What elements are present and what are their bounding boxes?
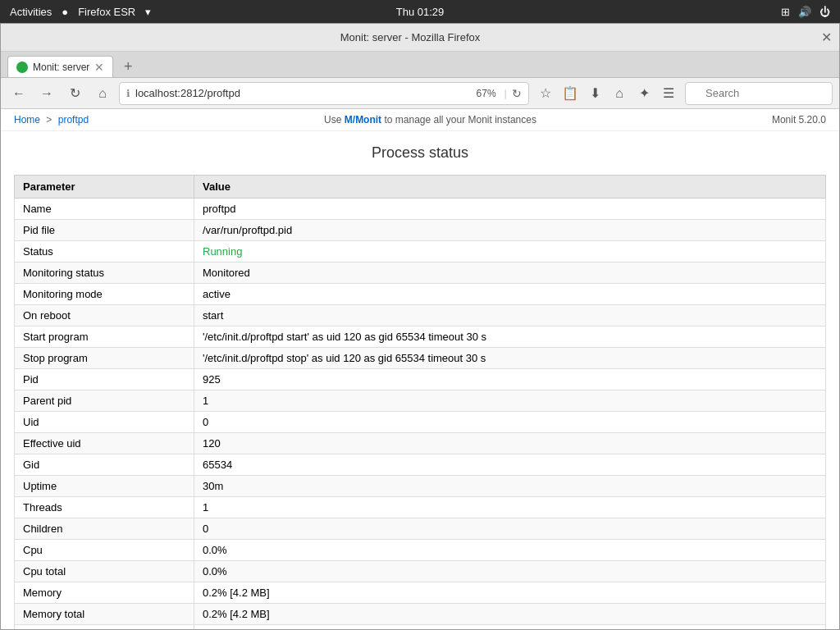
table-cell-param: Memory xyxy=(15,582,194,604)
new-tab-button[interactable]: + xyxy=(116,56,139,77)
browser-title: Monit: server - Mozilla Firefox xyxy=(7,31,813,43)
table-cell-param: Stop program xyxy=(15,348,194,369)
zoom-badge: 67% xyxy=(473,88,500,99)
table-row: Stop program'/etc/init.d/proftpd stop' a… xyxy=(15,348,826,369)
table-row: Pid925 xyxy=(15,369,826,390)
browser-window: Monit: server - Mozilla Firefox ✕ Monit:… xyxy=(0,23,840,630)
back-button[interactable]: ← xyxy=(7,82,30,105)
breadcrumb-manage-suffix: to manage all your Monit instances xyxy=(384,114,536,126)
app-menu-arrow[interactable]: ▾ xyxy=(145,6,151,18)
browser-close-button[interactable]: ✕ xyxy=(819,31,833,44)
table-row: Nameproftpd xyxy=(15,199,826,220)
address-bar[interactable]: ℹ localhost:2812/proftpd 67% | ↻ xyxy=(119,82,529,105)
table-row: On rebootstart xyxy=(15,305,826,326)
os-topbar-right: ⊞ 🔊 ⏻ xyxy=(781,6,830,18)
table-cell-value: 0 xyxy=(194,518,826,540)
app-name[interactable]: Firefox ESR xyxy=(78,6,135,18)
page-title: Process status xyxy=(14,144,826,162)
table-row: Monitoring statusMonitored xyxy=(15,262,826,284)
tab-favicon xyxy=(16,62,28,73)
table-row: Uid0 xyxy=(15,412,826,433)
table-cell-param: On reboot xyxy=(15,305,194,326)
table-cell-param: Memory total xyxy=(15,604,194,625)
network-icon: ⊞ xyxy=(781,6,790,18)
table-row: Parent pid1 xyxy=(15,390,826,412)
volume-icon: 🔊 xyxy=(798,6,811,18)
search-container: 🔍 xyxy=(685,82,833,105)
table-row: Port response time5.476 ms to localhost:… xyxy=(15,625,826,630)
address-bar-info-icon: ℹ xyxy=(126,88,130,99)
breadcrumb-home-link[interactable]: Home xyxy=(14,114,40,126)
mmonit-link[interactable]: M/Monit xyxy=(345,114,381,126)
reload-icon[interactable]: ↻ xyxy=(512,87,522,100)
table-cell-param: Port response time xyxy=(15,625,194,630)
tab-close-button[interactable]: ✕ xyxy=(94,61,104,74)
table-cell-value: 0.0% xyxy=(194,540,826,561)
table-row: Children0 xyxy=(15,518,826,540)
table-row: Threads1 xyxy=(15,497,826,518)
os-datetime: Thu 01:29 xyxy=(396,6,445,18)
table-row: Cpu0.0% xyxy=(15,540,826,561)
table-cell-param: Start program xyxy=(15,326,194,348)
col-header-value: Value xyxy=(194,176,826,199)
os-topbar: Activities ● Firefox ESR ▾ Thu 01:29 ⊞ 🔊… xyxy=(0,0,840,23)
table-cell-param: Cpu xyxy=(15,540,194,561)
power-icon: ⏻ xyxy=(819,6,830,18)
forward-button[interactable]: → xyxy=(35,82,58,105)
table-cell-param: Pid xyxy=(15,369,194,390)
breadcrumb-separator: > xyxy=(46,114,52,126)
table-cell-param: Pid file xyxy=(15,220,194,241)
table-row: Uptime30m xyxy=(15,476,826,497)
status-table: Parameter Value NameproftpdPid file/var/… xyxy=(14,175,826,629)
address-bar-url: localhost:2812/proftpd xyxy=(135,87,468,99)
os-topbar-left: Activities ● Firefox ESR ▾ xyxy=(10,6,151,18)
breadcrumb-left: Home > proftpd xyxy=(14,114,89,126)
nav-icons-right: ☆ 📋 ⬇ ⌂ ✦ ☰ xyxy=(534,82,680,105)
table-header-row: Parameter Value xyxy=(15,176,826,199)
table-row: StatusRunning xyxy=(15,241,826,262)
table-row: Start program'/etc/init.d/proftpd start'… xyxy=(15,326,826,348)
table-cell-value: 1 xyxy=(194,390,826,412)
breadcrumb-current-link[interactable]: proftpd xyxy=(58,114,89,126)
table-cell-value: 30m xyxy=(194,476,826,497)
col-header-parameter: Parameter xyxy=(15,176,194,199)
page-content: Home > proftpd Use M/Monit to manage all… xyxy=(1,109,839,629)
table-cell-value: 925 xyxy=(194,369,826,390)
table-cell-value: '/etc/init.d/proftpd stop' as uid 120 as… xyxy=(194,348,826,369)
nav-bar: ← → ↻ ⌂ ℹ localhost:2812/proftpd 67% | ↻… xyxy=(1,78,839,109)
table-cell-value: start xyxy=(194,305,826,326)
table-cell-value: /var/run/proftpd.pid xyxy=(194,220,826,241)
table-row: Effective uid120 xyxy=(15,433,826,454)
table-cell-param: Monitoring status xyxy=(15,262,194,284)
tab-bar: Monit: server ✕ + xyxy=(1,52,839,78)
table-row: Gid65534 xyxy=(15,454,826,476)
search-input[interactable] xyxy=(685,82,833,105)
table-row: Memory0.2% [4.2 MB] xyxy=(15,582,826,604)
table-cell-param: Gid xyxy=(15,454,194,476)
table-cell-param: Parent pid xyxy=(15,390,194,412)
zoom-divider: | xyxy=(504,87,507,99)
table-cell-value: 1 xyxy=(194,497,826,518)
pocket-button[interactable]: ✦ xyxy=(632,82,655,105)
table-cell-param: Status xyxy=(15,241,194,262)
table-cell-value: 0.2% [4.2 MB] xyxy=(194,582,826,604)
table-cell-param: Uptime xyxy=(15,476,194,497)
active-tab[interactable]: Monit: server ✕ xyxy=(7,56,113,77)
table-row: Memory total0.2% [4.2 MB] xyxy=(15,604,826,625)
home-button[interactable]: ⌂ xyxy=(91,82,114,105)
breadcrumb-manage-text: Use xyxy=(324,114,341,126)
home-nav-button[interactable]: ⌂ xyxy=(608,82,631,105)
download-button[interactable]: ⬇ xyxy=(583,82,606,105)
bookmark-page-button[interactable]: 📋 xyxy=(559,82,582,105)
table-cell-param: Children xyxy=(15,518,194,540)
table-cell-param: Monitoring mode xyxy=(15,284,194,305)
reload-button[interactable]: ↻ xyxy=(63,82,86,105)
table-cell-param: Effective uid xyxy=(15,433,194,454)
bookmark-star-button[interactable]: ☆ xyxy=(534,82,557,105)
table-row: Pid file/var/run/proftpd.pid xyxy=(15,220,826,241)
table-cell-value: active xyxy=(194,284,826,305)
menu-button[interactable]: ☰ xyxy=(657,82,680,105)
table-cell-value: Running xyxy=(194,241,826,262)
breadcrumb-center: Use M/Monit to manage all your Monit ins… xyxy=(324,114,536,126)
activities-label[interactable]: Activities xyxy=(10,6,52,18)
